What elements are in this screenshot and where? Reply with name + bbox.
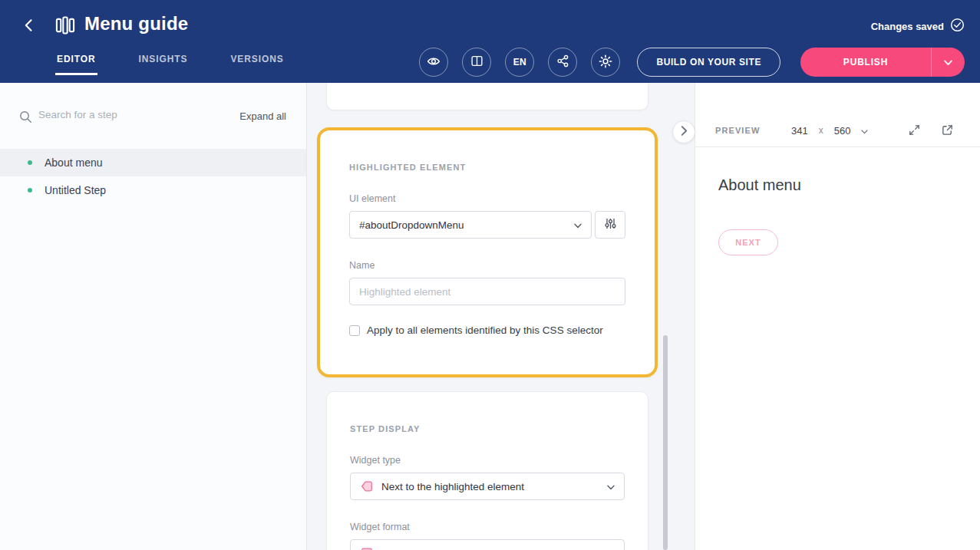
preview-title: PREVIEW bbox=[715, 126, 760, 135]
build-on-your-site-button[interactable]: BUILD ON YOUR SITE bbox=[637, 48, 780, 77]
back-button[interactable] bbox=[17, 14, 41, 38]
step-label: Untitled Step bbox=[45, 184, 106, 196]
preview-header: PREVIEW 341 x 560 bbox=[695, 115, 980, 147]
section-title: HIGHLIGHTED ELEMENT bbox=[349, 163, 625, 172]
share-icon bbox=[556, 54, 569, 70]
widget-type-icon bbox=[360, 479, 374, 493]
selector-settings-button[interactable] bbox=[595, 211, 625, 239]
editor-scrollbar-thumb[interactable] bbox=[663, 335, 668, 550]
previous-settings-card-partial bbox=[326, 83, 648, 110]
settings-button[interactable] bbox=[591, 48, 620, 77]
app-root: Menu guide Changes saved EDITOR INSIGHTS… bbox=[0, 0, 980, 550]
step-display-card: STEP DISPLAY Widget type Next to the hig… bbox=[326, 391, 648, 550]
ui-element-value: #aboutDropdownMenu bbox=[359, 219, 464, 231]
step-list: About menu Untitled Step bbox=[0, 149, 306, 204]
expand-all-link[interactable]: Expand all bbox=[239, 110, 286, 122]
step-item-untitled-step[interactable]: Untitled Step bbox=[0, 176, 306, 204]
tab-insights[interactable]: INSIGHTS bbox=[137, 51, 190, 75]
chevron-down-icon bbox=[574, 219, 582, 231]
chevron-left-icon bbox=[21, 18, 37, 35]
publish-dropdown-button[interactable] bbox=[931, 48, 965, 77]
topbar-actions: EN bbox=[405, 48, 965, 77]
preview-width-value: 341 bbox=[791, 125, 808, 137]
publish-button[interactable]: PUBLISH bbox=[800, 48, 931, 77]
preview-eye-button[interactable] bbox=[419, 48, 448, 77]
expand-arrows-icon bbox=[908, 124, 921, 139]
chevron-right-icon bbox=[681, 126, 688, 138]
chevron-down-icon bbox=[607, 481, 615, 492]
changes-saved-label: Changes saved bbox=[871, 21, 944, 32]
widget-type-label: Widget type bbox=[350, 455, 625, 466]
sliders-icon bbox=[604, 217, 617, 232]
step-search-row: Expand all bbox=[0, 83, 306, 144]
top-bar: Menu guide Changes saved EDITOR INSIGHTS… bbox=[0, 0, 980, 83]
preview-header-actions bbox=[908, 124, 954, 139]
chevron-down-icon bbox=[944, 57, 952, 68]
tab-editor[interactable]: EDITOR bbox=[55, 51, 97, 75]
search-input[interactable] bbox=[38, 109, 184, 120]
preview-size-separator: x bbox=[819, 125, 823, 136]
preview-height-value: 560 bbox=[834, 125, 851, 137]
external-link-icon bbox=[941, 124, 954, 139]
element-name-input[interactable] bbox=[349, 278, 625, 305]
widget-format-select[interactable] bbox=[350, 539, 625, 550]
search-icon bbox=[19, 110, 32, 127]
highlighted-element-card: HIGHLIGHTED ELEMENT UI element #aboutDro… bbox=[317, 127, 658, 377]
apply-all-checkbox[interactable] bbox=[349, 325, 360, 336]
step-label: About menu bbox=[45, 156, 103, 169]
page-title: Menu guide bbox=[84, 13, 188, 35]
app-logo-icon bbox=[54, 14, 77, 37]
widget-type-row: Next to the highlighted element bbox=[350, 473, 625, 500]
changes-saved-status: Changes saved bbox=[871, 18, 965, 35]
name-label: Name bbox=[349, 260, 625, 271]
step-status-dot bbox=[28, 160, 32, 165]
widget-format-row bbox=[350, 539, 625, 550]
preview-step-title: About menu bbox=[718, 176, 801, 194]
steps-sidebar: Expand all About menu Untitled Step bbox=[0, 83, 307, 550]
layout-button[interactable] bbox=[462, 48, 491, 77]
preview-next-button[interactable]: NEXT bbox=[718, 229, 778, 255]
widget-format-icon bbox=[360, 546, 374, 550]
widget-type-select[interactable]: Next to the highlighted element bbox=[350, 473, 625, 500]
ui-element-select[interactable]: #aboutDropdownMenu bbox=[349, 211, 592, 239]
chevron-down-icon bbox=[861, 124, 868, 137]
widget-format-label: Widget format bbox=[350, 522, 625, 532]
section-title: STEP DISPLAY bbox=[350, 424, 625, 433]
language-button[interactable]: EN bbox=[505, 48, 534, 77]
step-status-dot bbox=[28, 188, 32, 193]
eye-icon bbox=[427, 54, 441, 71]
collapse-preview-button[interactable] bbox=[672, 120, 695, 143]
widget-type-value: Next to the highlighted element bbox=[381, 481, 524, 492]
open-in-new-tab-button[interactable] bbox=[941, 124, 954, 139]
share-button[interactable] bbox=[548, 48, 577, 77]
ui-element-label: UI element bbox=[349, 193, 625, 204]
apply-all-row: Apply to all elements identified by this… bbox=[349, 324, 625, 336]
fullscreen-preview-button[interactable] bbox=[908, 124, 921, 139]
publish-split-button: PUBLISH bbox=[800, 48, 965, 77]
language-label: EN bbox=[513, 57, 526, 68]
editor-tabs: EDITOR INSIGHTS VERSIONS bbox=[55, 51, 285, 75]
step-item-about-menu[interactable]: About menu bbox=[0, 149, 306, 176]
apply-all-label: Apply to all elements identified by this… bbox=[367, 324, 603, 336]
layout-columns-icon bbox=[470, 54, 483, 70]
ui-element-row: #aboutDropdownMenu bbox=[349, 211, 625, 239]
preview-size-select[interactable]: 341 x 560 bbox=[791, 124, 868, 137]
preview-panel: PREVIEW 341 x 560 bbox=[695, 83, 980, 550]
gear-icon bbox=[599, 54, 612, 71]
check-circle-icon bbox=[950, 18, 965, 35]
tab-versions[interactable]: VERSIONS bbox=[229, 51, 285, 75]
